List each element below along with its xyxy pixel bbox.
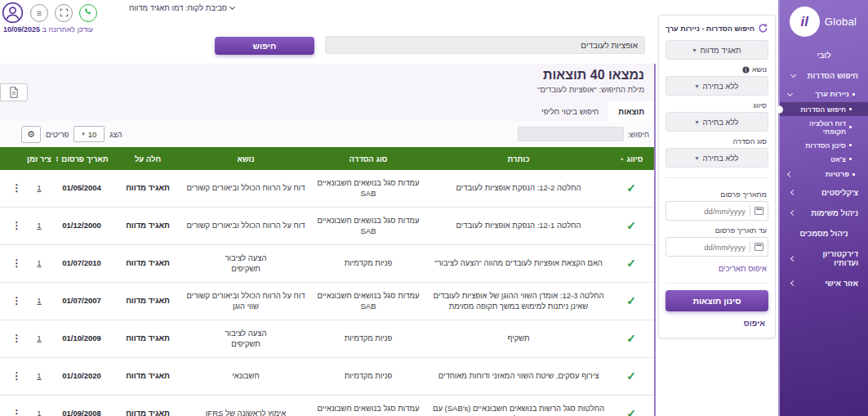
- timeline-link[interactable]: 1: [37, 409, 41, 416]
- caret-down-icon: ▾: [696, 119, 699, 126]
- sidebar-item-document-management[interactable]: ניהול מסמכים: [780, 223, 868, 244]
- sidebar-item-label: ניהול מסמכים: [799, 229, 848, 238]
- row-menu-icon[interactable]: ⋮: [7, 291, 27, 311]
- timeline-link[interactable]: 1: [37, 371, 41, 380]
- timeline-link[interactable]: 1: [37, 333, 41, 342]
- row-menu-icon[interactable]: ⋮: [7, 404, 27, 416]
- sidebar-item-privacy[interactable]: פרטיות: [780, 166, 868, 182]
- search-input[interactable]: [325, 36, 645, 54]
- row-title[interactable]: החלטה 12-2: הנפקת אופציות לעובדים: [429, 180, 608, 197]
- bullet-icon: [852, 173, 855, 176]
- row-applies-to: תאגיד מדווח: [112, 180, 184, 197]
- header-classification[interactable]: סיווג▲: [608, 154, 654, 163]
- header-title[interactable]: כותרת: [429, 154, 608, 163]
- reset-dates-link[interactable]: איפוס תאריכים: [667, 264, 767, 273]
- row-title[interactable]: צירוף עסקים, שיטת השווי המאזני ודוחות מא…: [429, 368, 608, 385]
- calendar-icon[interactable]: [754, 207, 763, 215]
- subject-select[interactable]: ללא בחירה ▾: [665, 76, 768, 96]
- row-menu-icon[interactable]: ⋮: [7, 216, 27, 235]
- table-search-input[interactable]: [518, 127, 624, 141]
- row-menu-icon[interactable]: ⋮: [7, 253, 27, 273]
- tab-results[interactable]: תוצאות: [608, 101, 654, 121]
- row-title[interactable]: האם הקצאת אופציות לעובדים מהווה "הצעה לצ…: [429, 255, 608, 272]
- menu-icon[interactable]: ≡: [30, 4, 48, 22]
- classification-check-icon: ✓: [608, 215, 654, 237]
- row-applies-to: תאגיד מדווח: [112, 255, 184, 272]
- app-root: il Global לובי חיפוש הסדרות ניירות ערך ח…: [0, 0, 868, 416]
- filter-panel: חיפוש הסדרות - ניירות ערך תאגיד מדווח ▾ …: [656, 0, 778, 416]
- row-title[interactable]: החלטות סגל הרשות בנושאים חשבונאיים (SAB'…: [429, 400, 608, 416]
- from-date-input[interactable]: [670, 207, 746, 216]
- timeline-link[interactable]: 1: [37, 183, 41, 192]
- search-button[interactable]: חיפוש: [215, 37, 314, 55]
- header-subject[interactable]: נושא: [184, 154, 308, 163]
- from-date-field[interactable]: [665, 201, 768, 221]
- header-timeline[interactable]: ציר זמן: [27, 154, 51, 163]
- page-size-value: 10: [88, 130, 97, 139]
- sidebar-item-board-committees[interactable]: דירקטוריון ועדותיו: [780, 244, 868, 273]
- active-indicator: [776, 105, 783, 113]
- sidebar-item-sub-search-arrangements[interactable]: חיפוש הסדרות: [780, 102, 868, 116]
- row-subject: הצעה לציבור תשקיפים: [184, 325, 308, 353]
- row-subject: חשבונאי: [184, 368, 308, 385]
- sidebar-item-securities[interactable]: ניירות ערך: [780, 86, 868, 102]
- header-series-type[interactable]: סוג הסדרה: [308, 154, 429, 163]
- document-icon: [9, 87, 19, 98]
- sidebar-item-chat[interactable]: צ'אט: [780, 152, 868, 166]
- row-title[interactable]: החלטה 12-3: אומדן השווי ההוגן של אופציות…: [429, 288, 608, 315]
- client-env-dropdown[interactable]: סביבת לקוח: דמו תאגיד מדווח: [129, 3, 234, 12]
- sidebar-item-label: פרטיות: [796, 170, 849, 178]
- classification-select[interactable]: ללא בחירה ▾: [665, 112, 768, 132]
- sidebar-item-search-arrangements[interactable]: חיפוש הסדרות: [780, 65, 868, 86]
- sidebar-item-personal-area[interactable]: אזור אישי: [780, 273, 868, 293]
- corporation-select[interactable]: תאגיד מדווח ▾: [665, 40, 768, 60]
- row-publish-date: 01/05/2004: [51, 180, 112, 197]
- row-menu-icon[interactable]: ⋮: [7, 329, 27, 348]
- sort-both-icon: ▲▼: [55, 155, 59, 162]
- reset-link[interactable]: איפוס: [736, 311, 768, 328]
- page-size-select[interactable]: 10 ▾: [73, 126, 105, 142]
- caret-down-icon: ▾: [82, 131, 85, 137]
- timeline-link[interactable]: 1: [37, 258, 41, 267]
- series-type-select[interactable]: ללא בחירה ▾: [665, 148, 768, 168]
- row-menu-icon[interactable]: ⋮: [7, 366, 27, 386]
- header-publish-date[interactable]: תאריך פרסום▲▼: [51, 154, 112, 163]
- refresh-icon[interactable]: [758, 23, 768, 34]
- row-title[interactable]: תשקיף: [429, 330, 608, 347]
- row-subject: דוח על הרווח הכולל וביאורים קשורים: [184, 180, 308, 197]
- sidebar-item-checklists[interactable]: צ'קליסטים: [780, 182, 868, 203]
- to-date-input[interactable]: [670, 243, 746, 252]
- to-date-field[interactable]: [665, 237, 768, 257]
- tab-alternative-search[interactable]: חיפוש ביטוי חליפי: [532, 101, 608, 121]
- classification-check-icon: ✓: [608, 177, 654, 199]
- sidebar: il Global לובי חיפוש הסדרות ניירות ערך ח…: [778, 0, 868, 416]
- timeline-link[interactable]: 1: [37, 221, 41, 230]
- filter-results-button[interactable]: סינון תוצאות: [665, 290, 768, 311]
- timeline-link[interactable]: 1: [37, 296, 41, 305]
- sidebar-item-lobby[interactable]: לובי: [780, 45, 868, 65]
- sidebar-item-label: חיפוש הסדרות: [786, 105, 846, 114]
- row-publish-date: 01/10/2009: [51, 330, 112, 347]
- bullet-icon: [849, 158, 852, 160]
- info-icon[interactable]: [742, 66, 750, 74]
- gear-icon[interactable]: ⚙: [21, 126, 41, 143]
- calendar-icon[interactable]: [754, 243, 763, 251]
- bullet-icon: [852, 93, 855, 96]
- whatsapp-icon[interactable]: [79, 4, 97, 22]
- sidebar-item-task-management[interactable]: ניהול משימות: [780, 203, 868, 223]
- header-applies-to[interactable]: חלה על: [112, 154, 184, 163]
- expand-icon[interactable]: [55, 4, 73, 22]
- sidebar-item-periodic-regulation-report[interactable]: דוח רגולציה תקופתי: [780, 116, 868, 138]
- row-menu-icon[interactable]: ⋮: [7, 178, 27, 198]
- series-type-select-value: ללא בחירה: [703, 154, 739, 163]
- divider: [750, 241, 750, 253]
- user-avatar-icon[interactable]: [2, 2, 24, 24]
- divider: [665, 177, 768, 178]
- divider: [750, 205, 750, 217]
- sidebar-item-label: סינון הסדרות: [786, 141, 846, 150]
- sidebar-item-label: צ'אט: [786, 155, 846, 163]
- export-button[interactable]: [0, 83, 28, 101]
- classification-check-icon: ✓: [608, 253, 654, 275]
- sidebar-item-filter-arrangements[interactable]: סינון הסדרות: [780, 138, 868, 152]
- row-title[interactable]: החלטה 12-1: הנפקת אופציות לעובדים: [429, 217, 608, 235]
